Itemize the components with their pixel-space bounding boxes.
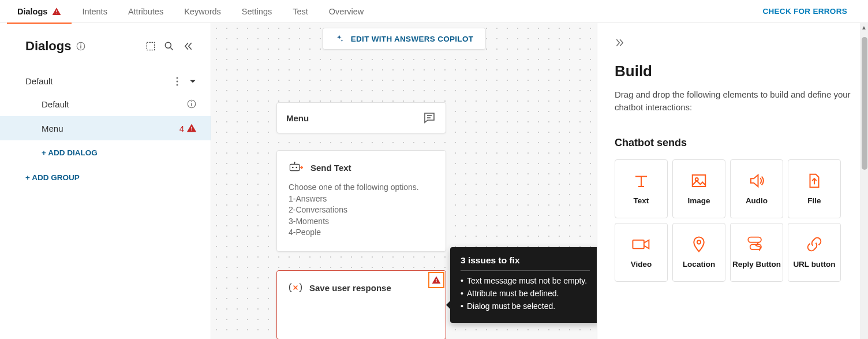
warning-icon <box>186 123 197 133</box>
tab-overview[interactable]: Overview <box>319 0 374 23</box>
tile-image[interactable]: Image <box>672 159 725 218</box>
node-save-user-response[interactable]: Save user response <box>276 270 446 339</box>
tooltip-item: Attribute must be defined. <box>467 288 559 299</box>
tile-reply-button[interactable]: Reply Button <box>730 223 783 282</box>
collapse-panel-icon[interactable] <box>615 37 626 49</box>
group-row-default[interactable]: Default <box>0 70 211 92</box>
file-icon <box>806 171 823 191</box>
tooltip-title: 3 issues to fix <box>461 255 590 271</box>
svg-point-8 <box>177 84 178 85</box>
tile-location[interactable]: Location <box>672 223 725 282</box>
chat-icon <box>422 111 436 125</box>
tab-settings[interactable]: Settings <box>231 0 282 23</box>
add-group-button[interactable]: + ADD GROUP <box>0 165 211 190</box>
check-for-errors-link[interactable]: CHECK FOR ERRORS <box>762 7 861 16</box>
dialog-item-menu[interactable]: Menu 4 <box>0 116 211 140</box>
svg-rect-23 <box>748 237 761 243</box>
warning-icon <box>52 7 61 16</box>
node-body: Choose one of the following options. 1-A… <box>289 182 434 239</box>
panel-description: Drag and drop the following elements to … <box>615 88 851 114</box>
copilot-label: EDIT WITH ANSWERS COPILOT <box>351 35 474 43</box>
tile-video[interactable]: Video <box>615 223 668 282</box>
svg-point-16 <box>294 162 295 163</box>
video-icon <box>631 234 651 254</box>
tab-label: Intents <box>82 7 107 16</box>
dialog-item-default[interactable]: Default <box>0 92 211 116</box>
tile-label: File <box>807 196 821 206</box>
svg-rect-21 <box>633 240 643 249</box>
sidebar: Dialogs Default <box>0 23 211 339</box>
node-title: Save user response <box>309 283 391 293</box>
tile-label: URL button <box>793 260 835 269</box>
location-icon <box>690 234 708 254</box>
svg-rect-3 <box>147 42 154 50</box>
select-icon[interactable] <box>141 37 160 55</box>
tab-label: Overview <box>329 7 364 16</box>
tile-audio[interactable]: Audio <box>730 159 783 218</box>
tile-label: Video <box>631 260 652 269</box>
bot-send-icon <box>289 161 304 174</box>
group-label: Default <box>25 76 53 86</box>
svg-point-18 <box>296 167 298 169</box>
svg-point-22 <box>697 241 701 244</box>
tab-test[interactable]: Test <box>282 0 319 23</box>
build-panel: Build Drag and drop the following elemen… <box>597 23 868 339</box>
tile-url-button[interactable]: URL button <box>788 223 841 282</box>
element-tiles: Text Image Audio File Video Location <box>615 159 851 282</box>
scrollbar-thumb[interactable] <box>862 37 867 170</box>
sparkle-icon <box>335 34 344 43</box>
panel-title: Build <box>615 62 851 80</box>
edit-with-copilot-button[interactable]: EDIT WITH ANSWERS COPILOT <box>323 28 486 50</box>
reply-button-icon <box>747 234 766 254</box>
node-title: Menu <box>286 113 309 123</box>
svg-rect-10 <box>191 103 192 106</box>
svg-point-4 <box>165 42 171 48</box>
tile-text[interactable]: Text <box>615 159 668 218</box>
tab-label: Test <box>293 7 308 16</box>
node-send-text[interactable]: Send Text Choose one of the following op… <box>276 150 446 252</box>
link-icon <box>806 234 823 254</box>
tooltip-item: Text message must not be empty. <box>467 275 587 286</box>
warning-icon[interactable] <box>428 272 444 288</box>
tab-attributes[interactable]: Attributes <box>118 0 174 23</box>
svg-point-7 <box>177 80 178 82</box>
error-count: 4 <box>179 124 184 133</box>
svg-point-17 <box>292 167 294 169</box>
tab-dialogs[interactable]: Dialogs <box>7 0 72 23</box>
tab-intents[interactable]: Intents <box>72 0 118 23</box>
tab-label: Keywords <box>184 7 221 16</box>
error-tooltip: 3 issues to fix Text message must not be… <box>450 247 597 323</box>
dialog-canvas[interactable]: EDIT WITH ANSWERS COPILOT Menu Send Text… <box>211 23 597 339</box>
tab-label: Attributes <box>128 7 163 16</box>
search-icon[interactable] <box>160 37 178 55</box>
svg-line-5 <box>171 48 173 50</box>
more-icon[interactable] <box>176 77 178 86</box>
chevron-down-icon[interactable] <box>189 77 197 85</box>
tab-keywords[interactable]: Keywords <box>174 0 231 23</box>
info-icon[interactable] <box>76 41 86 51</box>
tooltip-item: Dialog must be selected. <box>467 301 555 312</box>
tab-label: Settings <box>242 7 272 16</box>
add-dialog-button[interactable]: + ADD DIALOG <box>0 140 211 165</box>
sidebar-header: Dialogs <box>0 37 211 55</box>
scroll-up-arrow-icon[interactable]: ▲ <box>860 23 868 31</box>
svg-rect-14 <box>290 164 299 170</box>
scrollbar-track[interactable]: ▲ <box>860 23 868 339</box>
tile-label: Reply Button <box>732 260 781 269</box>
collapse-sidebar-icon[interactable] <box>178 37 197 55</box>
tile-label: Text <box>634 196 649 206</box>
svg-point-6 <box>177 77 178 79</box>
tab-label: Dialogs <box>17 7 47 16</box>
dialog-label: Default <box>42 99 69 109</box>
tile-label: Image <box>687 196 710 206</box>
top-nav: Dialogs Intents Attributes Keywords Sett… <box>0 0 868 23</box>
node-menu[interactable]: Menu <box>276 102 446 133</box>
text-icon <box>633 171 650 191</box>
attribute-icon <box>289 281 302 294</box>
tile-file[interactable]: File <box>788 159 841 218</box>
section-title: Chatbot sends <box>615 137 851 149</box>
svg-rect-2 <box>81 44 82 45</box>
info-icon[interactable] <box>186 99 197 109</box>
audio-icon <box>748 171 765 191</box>
svg-rect-1 <box>81 46 82 49</box>
